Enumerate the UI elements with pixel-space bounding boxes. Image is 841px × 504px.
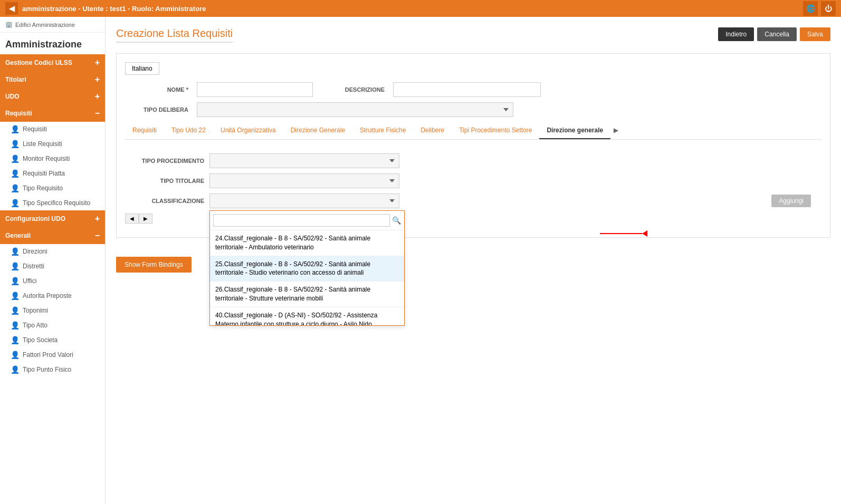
cancella-button[interactable]: Cancella: [757, 27, 797, 41]
sidebar-section-label-generali: Generali: [5, 232, 31, 239]
tabs-container: Requisiti Tipo Udo 22 Unità Organizzativ…: [125, 122, 821, 140]
sidebar-section-label-titolari: Titolari: [5, 76, 26, 83]
scroll-right-button[interactable]: ▶: [139, 214, 152, 224]
dropdown-item-1[interactable]: 25.Classif_regionale - B 8 - SA/502/92 -…: [210, 256, 404, 282]
dropdown-search-button[interactable]: 🔍: [392, 216, 401, 225]
sidebar-item-toponimi[interactable]: 👤 Toponimi: [0, 303, 105, 318]
sidebar-item-tipo-atto[interactable]: 👤 Tipo Atto: [0, 318, 105, 333]
sidebar-item-monitor-requisiti[interactable]: 👤 Monitor Requisiti: [0, 151, 105, 166]
sidebar-item-label-tipo-societa: Tipo Societa: [23, 336, 58, 344]
sidebar-building-header: 🏢 Edifici Amministrazione: [0, 17, 105, 33]
tipo-delibera-select[interactable]: [197, 102, 513, 117]
person-icon-piatta: 👤: [11, 169, 20, 178]
person-icon-uffici: 👤: [11, 277, 20, 285]
sidebar-section-gestione-codici-ulss[interactable]: Gestione Codici ULSS +: [0, 54, 105, 71]
sidebar-section-icon-requisiti: −: [95, 109, 100, 118]
sidebar-item-direzioni[interactable]: 👤 Direzioni: [0, 244, 105, 259]
tab-delibere[interactable]: Delibere: [413, 122, 452, 139]
sidebar-section-udo[interactable]: UDO +: [0, 88, 105, 105]
sidebar-item-label-tipo-specifico-requisito: Tipo Specifico Requisito: [23, 199, 90, 207]
sidebar-item-label-tipo-requisito: Tipo Requisito: [23, 185, 63, 192]
form-row-tipo-delibera: TIPO DELIBERA: [125, 102, 821, 117]
sidebar-item-label-monitor-requisiti: Monitor Requisiti: [23, 155, 70, 162]
top-bar-right: 🌐 ⏻: [803, 1, 836, 16]
sidebar-item-label-fattori-prod-valori: Fattori Prod Valori: [23, 351, 73, 358]
descrizione-label: DESCRIZIONE: [321, 86, 385, 93]
indietro-button[interactable]: Indietro: [718, 27, 754, 41]
sidebar-item-tipo-punto-fisico[interactable]: 👤 Tipo Punto Fisico: [0, 362, 105, 377]
sidebar-admin-title: Amministrazione: [0, 33, 105, 54]
sidebar-item-tipo-requisito[interactable]: 👤 Tipo Requisito: [0, 181, 105, 196]
classificazione-select[interactable]: [209, 193, 399, 208]
dropdown-item-2[interactable]: 26.Classif_regionale - B 8 - SA/502/92 -…: [210, 282, 404, 307]
sidebar-section-generali[interactable]: Generali −: [0, 227, 105, 244]
sidebar-section-configurazioni-udo[interactable]: Configurazioni UDO +: [0, 210, 105, 227]
tipo-titolare-label: TIPO TITOLARE: [125, 178, 204, 184]
person-icon-monitor: 👤: [11, 154, 20, 163]
sidebar-item-uffici[interactable]: 👤 Uffici: [0, 274, 105, 288]
red-arrow-annotation: [600, 230, 647, 237]
sidebar-item-label-requisiti-piatta: Requisiti Piatta: [23, 170, 65, 177]
sidebar-section-label-requisiti: Requisiti: [5, 110, 32, 117]
person-icon-tipo-atto: 👤: [11, 321, 20, 329]
tab-more[interactable]: ▶: [610, 122, 622, 139]
sidebar-section-icon-titolari: +: [95, 75, 100, 84]
nome-input[interactable]: [197, 82, 313, 97]
tab-direzione-generale-1[interactable]: Direzione Generale: [283, 122, 352, 139]
descrizione-input[interactable]: [393, 82, 541, 97]
sidebar-generali-items: 👤 Direzioni 👤 Distretti 👤 Uffici 👤 Autor…: [0, 244, 105, 377]
form-row-tipo-procedimento: TIPO PROCEDIMENTO: [125, 153, 821, 168]
language-tab[interactable]: Italiano: [125, 62, 159, 75]
tab-strutture-fisiche[interactable]: Strutture Fisiche: [352, 122, 413, 139]
scroll-left-button[interactable]: ◀: [125, 214, 139, 224]
person-icon-requisiti: 👤: [11, 125, 20, 133]
tab-tipo-udo-22[interactable]: Tipo Udo 22: [164, 122, 213, 139]
sidebar-section-titolari[interactable]: Titolari +: [0, 71, 105, 88]
show-form-bindings-button[interactable]: Show Form Bindings: [116, 257, 192, 273]
sidebar-item-requisiti-piatta[interactable]: 👤 Requisiti Piatta: [0, 166, 105, 181]
main-title: Creazione Lista Requisiti: [116, 27, 233, 40]
tipo-delibera-label: TIPO DELIBERA: [125, 106, 188, 113]
classificazione-dropdown: 🔍 24.Classif_regionale - B 8 - SA/502/92…: [209, 210, 405, 326]
tab-direzione-generale-2[interactable]: Direzione generale: [539, 122, 610, 139]
salva-button[interactable]: Salva: [800, 27, 830, 41]
dropdown-search-input[interactable]: [213, 214, 390, 227]
form-row-nome-descrizione: NOME * DESCRIZIONE: [125, 82, 821, 97]
sidebar-section-label-conf-udo: Configurazioni UDO: [5, 215, 65, 222]
tab-requisiti[interactable]: Requisiti: [125, 122, 164, 139]
sidebar-item-tipo-societa[interactable]: 👤 Tipo Societa: [0, 333, 105, 347]
main-content: Creazione Lista Requisiti Indietro Cance…: [106, 17, 841, 504]
tab-tipi-procedimento-settore[interactable]: Tipi Procedimento Settore: [452, 122, 539, 139]
tipo-titolare-select[interactable]: [209, 173, 399, 188]
sidebar-section-icon-generali: −: [95, 231, 100, 240]
dropdown-list: 24.Classif_regionale - B 8 - SA/502/92 -…: [210, 230, 404, 325]
sidebar-item-requisiti[interactable]: 👤 Requisiti: [0, 122, 105, 137]
sidebar-item-tipo-specifico-requisito[interactable]: 👤 Tipo Specifico Requisito: [0, 196, 105, 210]
sidebar-item-label-tipo-punto-fisico: Tipo Punto Fisico: [23, 366, 71, 373]
sidebar-section-icon-conf-udo: +: [95, 214, 100, 224]
aggiungi-button[interactable]: Aggiungi: [771, 195, 811, 207]
dropdown-item-0[interactable]: 24.Classif_regionale - B 8 - SA/502/92 -…: [210, 230, 404, 256]
main-layout: 🏢 Edifici Amministrazione Amministrazion…: [0, 17, 841, 504]
back-arrow-button[interactable]: ◀: [5, 2, 18, 15]
sidebar-item-distretti[interactable]: 👤 Distretti: [0, 259, 105, 274]
form-container: Italiano NOME * DESCRIZIONE TIPO DELIBER…: [116, 53, 830, 238]
sidebar-item-fattori-prod-valori[interactable]: 👤 Fattori Prod Valori: [0, 347, 105, 362]
sidebar-item-liste-requisiti[interactable]: 👤 Liste Requisiti: [0, 137, 105, 151]
person-icon-direzioni: 👤: [11, 247, 20, 256]
person-icon-tipo-spec: 👤: [11, 199, 20, 207]
sidebar: 🏢 Edifici Amministrazione Amministrazion…: [0, 17, 106, 504]
sidebar-section-requisiti[interactable]: Requisiti −: [0, 105, 105, 122]
tipo-procedimento-select[interactable]: [209, 153, 399, 168]
sidebar-item-label-toponimi: Toponimi: [23, 307, 48, 314]
main-title-underline: [116, 42, 233, 43]
dropdown-item-3[interactable]: 40.Classif_regionale - D (AS-NI) - SO/50…: [210, 307, 404, 325]
sidebar-item-label-tipo-atto: Tipo Atto: [23, 322, 47, 329]
power-icon-button[interactable]: ⏻: [821, 1, 836, 16]
tab-unita-organizzativa[interactable]: Unità Organizzativa: [213, 122, 283, 139]
person-icon-tipo-punto: 👤: [11, 365, 20, 374]
globe-icon-button[interactable]: 🌐: [803, 1, 818, 16]
sidebar-item-autorita-preposte[interactable]: 👤 Autorita Preposte: [0, 288, 105, 303]
sidebar-item-label-autorita-preposte: Autorita Preposte: [23, 292, 72, 299]
person-icon-distretti: 👤: [11, 262, 20, 270]
